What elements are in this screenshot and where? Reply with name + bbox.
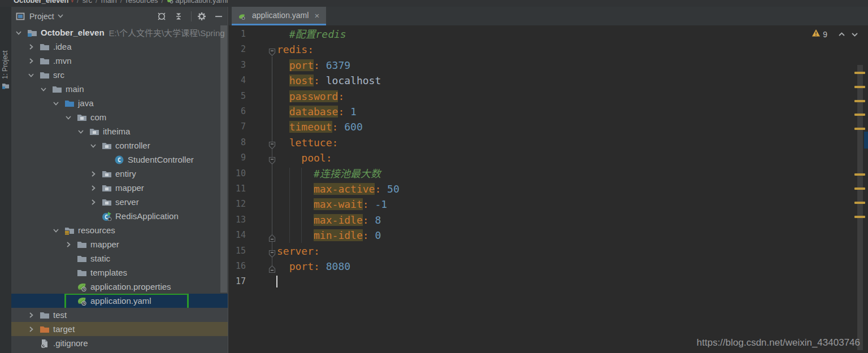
chevron-right-icon[interactable]: [64, 241, 72, 249]
tree-item-label: .idea: [53, 42, 72, 51]
code-line-11: 11 max-active: 50: [229, 181, 868, 197]
chevron-down-icon[interactable]: [89, 142, 97, 150]
boot-icon: C: [102, 212, 112, 221]
tree-item-.mvn[interactable]: .mvn: [11, 54, 228, 68]
tree-item-entiry[interactable]: entiry: [11, 167, 228, 181]
tree-item-mapper[interactable]: mapper: [11, 237, 228, 251]
tree-item-src[interactable]: src: [11, 68, 228, 82]
tree-item-test[interactable]: test: [11, 308, 228, 322]
code-line-17: 17: [229, 274, 868, 289]
stripe-button-structure[interactable]: Structure: [1, 321, 9, 353]
tree-item-mapper[interactable]: mapper: [11, 181, 228, 195]
inspection-widget: 9: [811, 29, 859, 40]
fold-open-icon[interactable]: [268, 138, 276, 147]
tree-item-label: com: [90, 112, 106, 122]
editor-scrollbar[interactable]: [857, 65, 863, 350]
collapse-all-button[interactable]: [174, 12, 183, 21]
chevron-right-icon[interactable]: [27, 311, 35, 319]
tab-label: application.yaml: [252, 11, 309, 20]
tree-item-application.properties[interactable]: application.properties: [11, 280, 228, 294]
breadcrumb-item[interactable]: src: [83, 0, 92, 5]
chevron-down-icon[interactable]: [27, 71, 35, 79]
fold-open-icon[interactable]: [268, 247, 276, 255]
fold-close-icon[interactable]: [268, 262, 276, 271]
fold-open-icon[interactable]: [268, 45, 276, 54]
breadcrumb-item[interactable]: October_eleven: [14, 0, 69, 5]
svg-text:C: C: [105, 213, 108, 220]
tree-item-label: .mvn: [53, 56, 72, 66]
chevron-right-icon[interactable]: [89, 184, 97, 192]
tree-item-RedisApplication[interactable]: C RedisApplication: [11, 209, 228, 223]
stripe-caret-mark[interactable]: [864, 132, 868, 149]
tree-item-java[interactable]: java: [11, 96, 228, 110]
chevron-down-icon[interactable]: [15, 29, 23, 37]
next-warning-button[interactable]: [850, 30, 859, 38]
fold-close-icon[interactable]: [268, 231, 276, 239]
chevron-right-icon[interactable]: [89, 170, 97, 178]
breadcrumb-item[interactable]: resources: [125, 0, 158, 5]
watermark-url: https://blog.csdn.net/weixin_43403746: [697, 337, 860, 348]
tree-item-itheima[interactable]: itheima: [11, 124, 228, 138]
fold-open-icon[interactable]: [268, 154, 276, 162]
stripe-warning-mark[interactable]: [854, 86, 865, 88]
tree-item-application.yaml[interactable]: application.yaml: [11, 294, 228, 308]
project-tree-scrollbar[interactable]: [220, 25, 227, 293]
stripe-warning-mark[interactable]: [854, 188, 865, 190]
tree-item-label: entiry: [115, 169, 136, 178]
tree-item-.gitignore[interactable]: .gitignore: [11, 336, 228, 350]
tree-item-templates[interactable]: templates: [11, 265, 228, 280]
chevron-right-icon[interactable]: [27, 43, 35, 51]
tab-application-yaml[interactable]: application.yaml ×: [232, 7, 326, 25]
chevron-right-icon[interactable]: [89, 198, 97, 206]
tree-item-label: target: [53, 324, 75, 334]
stripe-warning-mark[interactable]: [854, 100, 865, 102]
stripe-warning-mark[interactable]: [854, 114, 865, 116]
project-panel-title[interactable]: Project: [29, 12, 54, 21]
locate-file-button[interactable]: [157, 12, 166, 21]
project-tool-window-icon: [2, 81, 10, 88]
tree-item-resources[interactable]: resources: [11, 223, 228, 237]
stripe-warning-mark[interactable]: [854, 216, 865, 218]
code-line-7: 7 timeout: 600: [229, 119, 868, 134]
chevron-down-icon[interactable]: [52, 226, 60, 234]
stripe-warning-mark[interactable]: [854, 202, 865, 204]
breadcrumb-items[interactable]: October_eleven▾/src/main/resources/ appl…: [14, 0, 228, 5]
pkg-icon: [102, 169, 112, 178]
chevron-down-icon[interactable]: [57, 12, 66, 21]
text-caret: [276, 276, 277, 287]
tree-item-server[interactable]: server: [11, 195, 228, 209]
tool-window-stripe-left: 1: Project Structure: [0, 7, 11, 353]
chevron-down-icon[interactable]: [52, 99, 60, 107]
breadcrumb-item[interactable]: application.yaml: [175, 0, 228, 5]
stripe-warning-mark[interactable]: [854, 72, 865, 74]
folder-icon: [77, 240, 87, 249]
breadcrumb-item[interactable]: main: [101, 0, 117, 5]
hide-panel-button[interactable]: [214, 12, 223, 21]
tree-item-com[interactable]: com: [11, 110, 228, 124]
editor-body[interactable]: 1 #配置redis 2 redis: 3 port: 6379 4 host:…: [229, 25, 868, 353]
tree-item-target[interactable]: target: [11, 322, 228, 336]
tool-window-icon: [16, 12, 25, 21]
chevron-down-icon[interactable]: [40, 85, 47, 93]
tree-item-October_eleven[interactable]: October_eleven E:\个人文件夹\大学课程\Spring: [11, 25, 228, 40]
stripe-warning-mark[interactable]: [854, 173, 865, 176]
chevron-right-icon[interactable]: [27, 325, 35, 333]
tree-item-StudentController[interactable]: C StudentController: [11, 152, 228, 167]
stripe-warning-mark[interactable]: [854, 128, 865, 130]
project-tree: October_eleven E:\个人文件夹\大学课程\Spring .ide…: [11, 25, 228, 353]
tree-item-controller[interactable]: controller: [11, 138, 228, 152]
chevron-down-icon[interactable]: [77, 128, 85, 136]
code-line-1: 1 #配置redis: [229, 27, 868, 42]
line-number: 13: [229, 212, 246, 228]
tree-item-main[interactable]: main: [11, 82, 228, 96]
pkg-icon: [102, 141, 112, 150]
tree-item-static[interactable]: static: [11, 251, 228, 265]
code-line-13: 13 max-idle: 8: [229, 212, 868, 228]
gear-button[interactable]: [197, 12, 206, 21]
tree-item-.idea[interactable]: .idea: [11, 40, 228, 54]
chevron-down-icon[interactable]: [64, 114, 72, 121]
chevron-right-icon[interactable]: [27, 57, 35, 65]
tab-close-icon[interactable]: ×: [314, 11, 319, 20]
stripe-button-project[interactable]: 1: Project: [1, 16, 9, 79]
previous-warning-button[interactable]: [837, 30, 846, 38]
